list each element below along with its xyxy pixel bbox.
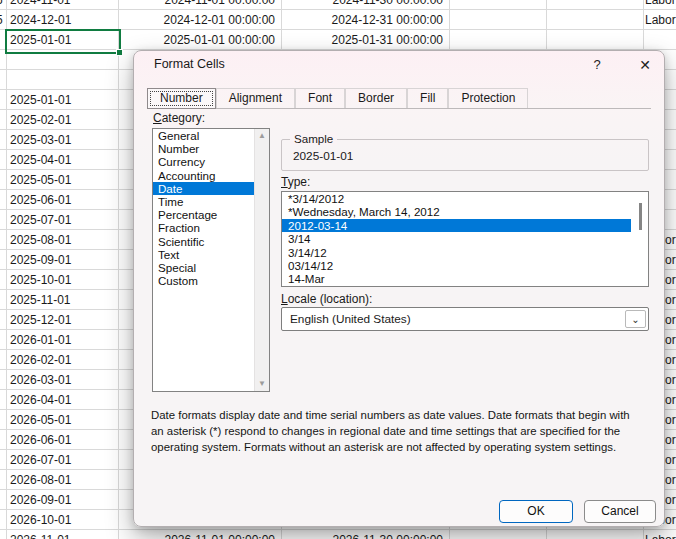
cell-end-datetime[interactable]: 2024-12-31 00:00:00 (290, 13, 443, 27)
cancel-button[interactable]: Cancel (584, 500, 656, 523)
cell-date[interactable]: 2026-04-01 (10, 393, 71, 407)
category-item[interactable]: Date (153, 182, 255, 195)
cell-date[interactable]: 2025-07-01 (10, 213, 71, 227)
cell-date[interactable]: 2025-06-01 (10, 193, 71, 207)
type-item[interactable]: 14-Mar (282, 272, 648, 285)
cell-date[interactable]: 2026-09-01 (10, 493, 71, 507)
help-icon[interactable]: ? (584, 55, 610, 75)
cell-label[interactable]: Labor (645, 533, 676, 539)
category-item[interactable]: Special (153, 261, 255, 274)
cell-date[interactable]: 2026-07-01 (10, 453, 71, 467)
cell-date[interactable]: 2025-01-01 (10, 93, 71, 107)
tab-protection[interactable]: Protection (448, 88, 528, 108)
category-item[interactable]: General (153, 129, 255, 142)
scroll-up-icon[interactable]: ▲ (255, 129, 269, 143)
category-item[interactable]: Fraction (153, 221, 255, 234)
type-item[interactable]: 3/14 (282, 232, 648, 245)
cell-date[interactable]: 2026-11-01 (10, 533, 71, 539)
locale-label: Locale (location): (281, 292, 372, 306)
cell-date[interactable]: 2025-08-01 (10, 233, 71, 247)
category-item[interactable]: Percentage (153, 208, 255, 221)
category-item[interactable]: Accounting (153, 169, 255, 182)
cell-date[interactable]: 2024-11-01 (10, 0, 71, 7)
sheet-row: 2026-11-012026-11-01 00:00:002026-11-30 … (0, 530, 676, 539)
type-item[interactable]: *Wednesday, March 14, 2012 (282, 205, 648, 218)
cell-label[interactable]: Labor (645, 13, 676, 27)
cell-date[interactable]: 2026-03-01 (10, 373, 71, 387)
format-cells-dialog: Format Cells ? ✕ NumberAlignmentFontBord… (133, 50, 665, 527)
category-item[interactable]: Scientific (153, 235, 255, 248)
category-item[interactable]: Number (153, 142, 255, 155)
tab-border[interactable]: Border (345, 88, 407, 108)
row-index-fragment: 6 (0, 0, 5, 7)
type-item[interactable]: *3/14/2012 (282, 192, 648, 205)
tab-fill[interactable]: Fill (407, 88, 448, 108)
locale-value: English (United States) (290, 312, 411, 326)
description-line: operating system. Formats without an ast… (151, 439, 656, 455)
cell-date[interactable]: 2026-01-01 (10, 333, 71, 347)
cell-date[interactable]: 2025-02-01 (10, 113, 71, 127)
cell-date[interactable]: 2026-10-01 (10, 513, 71, 527)
category-listbox[interactable]: GeneralNumberCurrencyAccountingDateTimeP… (152, 128, 270, 392)
row-index-fragment: 5 (0, 13, 5, 27)
cell-date[interactable]: 2026-08-01 (10, 473, 71, 487)
category-item[interactable]: Text (153, 248, 255, 261)
cell-date[interactable]: 2025-04-01 (10, 153, 71, 167)
category-item[interactable]: Custom (153, 274, 255, 287)
tab-font[interactable]: Font (295, 88, 345, 108)
cell-label[interactable]: Labor (645, 0, 676, 7)
cell-date[interactable]: 2024-12-01 (10, 13, 71, 27)
cell-date[interactable]: 2025-10-01 (10, 273, 71, 287)
cell-start-datetime[interactable]: 2024-11-01 00:00:00 (120, 0, 275, 7)
type-listbox[interactable]: *3/14/2012*Wednesday, March 14, 20122012… (281, 191, 649, 287)
cell-date[interactable]: 2025-12-01 (10, 313, 71, 327)
fill-handle[interactable] (116, 49, 123, 56)
cell-date[interactable]: 2026-02-01 (10, 353, 71, 367)
cell-date[interactable]: 2026-05-01 (10, 413, 71, 427)
cell-date[interactable]: 2025-03-01 (10, 133, 71, 147)
category-label: Category: (153, 111, 205, 125)
description-text: Date formats display date and time seria… (151, 407, 656, 455)
type-item[interactable]: 03/14/12 (282, 259, 648, 272)
category-scrollbar[interactable]: ▲ ▼ (254, 129, 269, 391)
cell-end-datetime[interactable]: 2026-11-30 00:00:00 (290, 533, 443, 539)
cell-end-datetime[interactable]: 2024-11-30 00:00:00 (290, 0, 443, 7)
selected-cell-outline[interactable] (5, 29, 121, 54)
category-item[interactable]: Currency (153, 155, 255, 168)
tab-number[interactable]: Number (147, 88, 216, 109)
sheet-row: 62024-11-012024-11-01 00:00:002024-11-30… (0, 0, 676, 10)
cell-end-datetime[interactable]: 2025-01-31 00:00:00 (290, 33, 443, 47)
type-label: Type: (281, 175, 310, 189)
tab-strip: NumberAlignmentFontBorderFillProtection (147, 88, 651, 109)
category-items: GeneralNumberCurrencyAccountingDateTimeP… (153, 129, 269, 287)
category-item[interactable]: Time (153, 195, 255, 208)
chevron-down-icon[interactable]: ⌄ (625, 310, 646, 328)
sample-groupbox: Sample 2025-01-01 (281, 139, 649, 171)
cell-date[interactable]: 2026-06-01 (10, 433, 71, 447)
type-item[interactable]: 2012-03-14 (282, 219, 631, 232)
close-icon[interactable]: ✕ (632, 55, 658, 75)
cell-date[interactable]: 2025-09-01 (10, 253, 71, 267)
cell-start-datetime[interactable]: 2024-12-01 00:00:00 (120, 13, 275, 27)
cell-date[interactable]: 2025-11-01 (10, 293, 71, 307)
description-line: an asterisk (*) respond to changes in re… (151, 423, 656, 439)
sheet-row: 52024-12-012024-12-01 00:00:002024-12-31… (0, 10, 676, 30)
locale-dropdown[interactable]: English (United States) ⌄ (281, 307, 649, 331)
scroll-down-icon[interactable]: ▼ (255, 377, 269, 391)
cell-start-datetime[interactable]: 2026-11-01 00:00:00 (120, 533, 275, 539)
type-items: *3/14/2012*Wednesday, March 14, 20122012… (282, 192, 648, 286)
cell-date[interactable]: 2025-05-01 (10, 173, 71, 187)
sample-legend: Sample (290, 132, 337, 145)
description-line: Date formats display date and time seria… (151, 407, 656, 423)
scrollbar-thumb[interactable] (639, 203, 642, 230)
dialog-title[interactable]: Format Cells (154, 57, 225, 71)
tab-alignment[interactable]: Alignment (216, 88, 295, 108)
ok-button[interactable]: OK (499, 500, 573, 523)
sample-value: 2025-01-01 (293, 149, 353, 163)
cell-start-datetime[interactable]: 2025-01-01 00:00:00 (120, 33, 275, 47)
type-item[interactable]: 3/14/12 (282, 246, 648, 259)
